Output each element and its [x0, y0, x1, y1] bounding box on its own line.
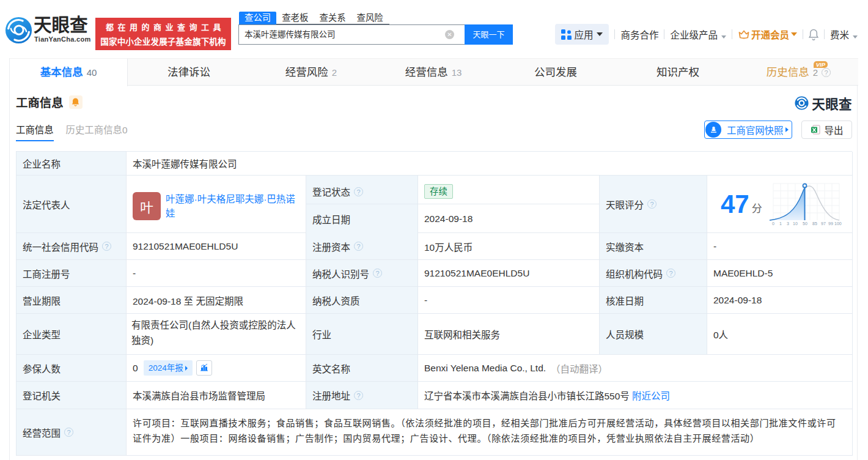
svg-text:100: 100 — [834, 221, 842, 226]
svg-text:3: 3 — [787, 221, 789, 226]
svg-text:1: 1 — [779, 221, 782, 226]
svg-text:50: 50 — [803, 221, 807, 226]
svg-text:0: 0 — [772, 221, 774, 226]
svg-text:99: 99 — [828, 221, 833, 226]
svg-text:85: 85 — [812, 221, 817, 226]
svg-text:10: 10 — [793, 221, 798, 226]
svg-text:97: 97 — [821, 221, 826, 226]
